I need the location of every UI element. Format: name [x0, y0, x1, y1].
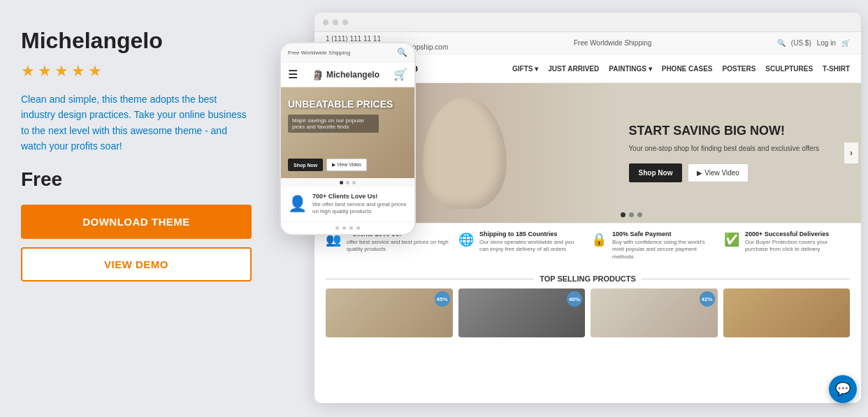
feature-payment: 🔒 100% Safe Payment Buy with confidence …	[591, 231, 717, 261]
nav-just-arrived[interactable]: JUST ARRIVED	[548, 65, 599, 73]
download-theme-button[interactable]: DOWNLOAD THEME	[21, 205, 252, 239]
search-icon[interactable]: 🔍	[777, 39, 786, 47]
star-3: ★	[55, 62, 68, 80]
feature-deliveries-desc: Our Buyer Protection covers your purchas…	[745, 239, 850, 254]
mobile-nav: ☰ 🗿 Michelangelo 🛒	[281, 62, 414, 87]
left-panel: Michelangelo ★ ★ ★ ★ ★ Clean and simple,…	[0, 0, 273, 417]
mobile-dot-3[interactable]	[352, 181, 356, 184]
view-video-button[interactable]: ▶ View Video	[688, 163, 748, 182]
statue-face	[423, 97, 507, 209]
products-section: TOP SELLING PRODUCTS 45% 40% 42%	[314, 268, 861, 403]
feature-shipping-title: Shipping to 185 Countries	[479, 231, 584, 237]
products-grid: 45% 40% 42%	[326, 288, 850, 337]
feature-clients-desc: offer best service and best prices on hi…	[347, 239, 451, 254]
nav-tshirt[interactable]: T-SHIRT	[823, 65, 850, 73]
hero-carousel-dots	[621, 212, 642, 217]
mobile-hero-text: UNBEATABLE PRICES Major savings on our p…	[288, 98, 393, 133]
mobile-logo-icon: 🗿	[312, 69, 324, 80]
right-area: 1 (111) 111 11 11 support@michelangelo.a…	[273, 0, 868, 417]
feature-shipping: 🌐 Shipping to 185 Countries Our store op…	[458, 231, 584, 261]
chat-bubble-button[interactable]: 💬	[829, 375, 857, 403]
hero-next-arrow[interactable]: ›	[844, 142, 858, 163]
mobile-feature-icon: 👤	[288, 195, 307, 213]
product-image-3	[591, 288, 718, 337]
payment-icon: 🔒	[591, 232, 607, 247]
nav-gifts[interactable]: GIFTS ▾	[512, 65, 538, 73]
product-card-3[interactable]: 42%	[591, 288, 718, 337]
product-image-2	[458, 288, 586, 337]
price-label: Free	[21, 168, 252, 191]
hero-buttons: Shop Now ▶ View Video	[629, 163, 836, 182]
product-card-1[interactable]: 45%	[326, 288, 453, 337]
mobile-mockup: Free Worldwide Shipping 🔍 ☰ 🗿 Michelange…	[280, 42, 416, 235]
products-section-title: TOP SELLING PRODUCTS	[326, 275, 850, 283]
shop-now-button[interactable]: Shop Now	[629, 163, 683, 182]
browser-bar	[314, 13, 861, 32]
hero-content: START SAVING BIG NOW! Your one-stop shop…	[618, 83, 847, 223]
product-badge-1: 45%	[435, 291, 450, 307]
topbar-shipping: Free Worldwide Shipping	[574, 39, 652, 47]
mobile-feature-text: 700+ Clients Love Us! We offer best serv…	[312, 193, 407, 216]
mobile-hero-subtitle: Major savings on our popular picks and f…	[288, 115, 379, 133]
mobile-hamburger-icon[interactable]: ☰	[288, 68, 298, 81]
product-image-1	[326, 288, 453, 337]
mobile-hero: UNBEATABLE PRICES Major savings on our p…	[281, 87, 414, 178]
nav-posters[interactable]: POSTERS	[723, 65, 756, 73]
product-card-4[interactable]	[723, 288, 851, 337]
hero-dot-2[interactable]	[629, 212, 634, 217]
star-1: ★	[21, 62, 35, 80]
topbar-currency: (US $)	[791, 39, 811, 47]
mobile-shop-now-button[interactable]: Shop Now	[288, 159, 323, 171]
star-4: ★	[71, 62, 85, 80]
mobile-topbar: Free Worldwide Shipping 🔍	[281, 43, 414, 62]
product-card-2[interactable]: 40%	[458, 288, 586, 337]
topbar-login[interactable]: Log in	[817, 39, 836, 47]
feature-payment-text: 100% Safe Payment Buy with confidence us…	[612, 231, 717, 261]
mobile-feature-desc: We offer best service and great prices o…	[312, 201, 406, 214]
mobile-footer-dot-2[interactable]	[342, 226, 346, 230]
mobile-logo-text: Michelangelo	[326, 70, 379, 80]
product-badge-3: 42%	[700, 291, 715, 307]
mobile-feature-title: 700+ Clients Love Us!	[312, 193, 407, 200]
feature-deliveries: ✅ 2000+ Successful Deliveries Our Buyer …	[724, 231, 850, 261]
mobile-footer-dot-4[interactable]	[356, 226, 360, 230]
feature-deliveries-title: 2000+ Successful Deliveries	[745, 231, 850, 237]
nav-paintings[interactable]: PAINTINGS ▾	[609, 65, 651, 73]
mobile-feature-item: 👤 700+ Clients Love Us! We offer best se…	[281, 187, 414, 222]
mobile-topbar-text: Free Worldwide Shipping	[288, 50, 350, 56]
mobile-view-video-button[interactable]: ▶ View Video	[326, 159, 367, 171]
mobile-hero-title: UNBEATABLE PRICES	[288, 98, 393, 110]
nav-phone-cases[interactable]: PHONE CASES	[662, 65, 713, 73]
theme-title: Michelangelo	[21, 28, 252, 54]
browser-dot-green	[342, 20, 348, 25]
topbar-right: 🔍 (US $) Log in 🛒	[777, 39, 850, 47]
mobile-search-icon[interactable]: 🔍	[397, 47, 407, 57]
mobile-hero-dots	[281, 178, 414, 187]
feature-payment-title: 100% Safe Payment	[612, 231, 717, 237]
cart-icon[interactable]: 🛒	[841, 39, 850, 47]
view-demo-button[interactable]: VIEW DEMO	[21, 247, 252, 281]
hero-dot-1[interactable]	[621, 212, 625, 217]
hero-subtitle: Your one-stop shop for finding best deal…	[629, 144, 836, 154]
feature-payment-desc: Buy with confidence using the world's mo…	[612, 239, 717, 261]
star-5: ★	[88, 62, 102, 80]
hero-dot-3[interactable]	[637, 212, 642, 217]
nav-items: GIFTS ▾ JUST ARRIVED PAINTINGS ▾ PHONE C…	[512, 65, 850, 73]
mobile-logo: 🗿 Michelangelo	[312, 69, 379, 80]
mobile-cart-icon[interactable]: 🛒	[393, 68, 407, 81]
mobile-footer-dot-3[interactable]	[349, 226, 353, 230]
feature-shipping-desc: Our store operates worldwide and you can…	[479, 239, 584, 254]
browser-dot-yellow	[333, 20, 338, 25]
shipping-icon: 🌐	[458, 232, 474, 247]
star-rating: ★ ★ ★ ★ ★	[21, 62, 252, 80]
mobile-dot-2[interactable]	[346, 181, 349, 184]
feature-deliveries-text: 2000+ Successful Deliveries Our Buyer Pr…	[745, 231, 850, 254]
nav-sculptures[interactable]: SCULPTURES	[765, 65, 813, 73]
mobile-dot-1[interactable]	[340, 181, 343, 184]
product-badge-2: 40%	[567, 291, 582, 307]
feature-shipping-text: Shipping to 185 Countries Our store oper…	[479, 231, 584, 254]
product-image-4	[723, 288, 851, 337]
star-2: ★	[38, 62, 52, 80]
chat-icon: 💬	[835, 381, 851, 397]
mobile-footer-dot-1[interactable]	[335, 226, 339, 230]
